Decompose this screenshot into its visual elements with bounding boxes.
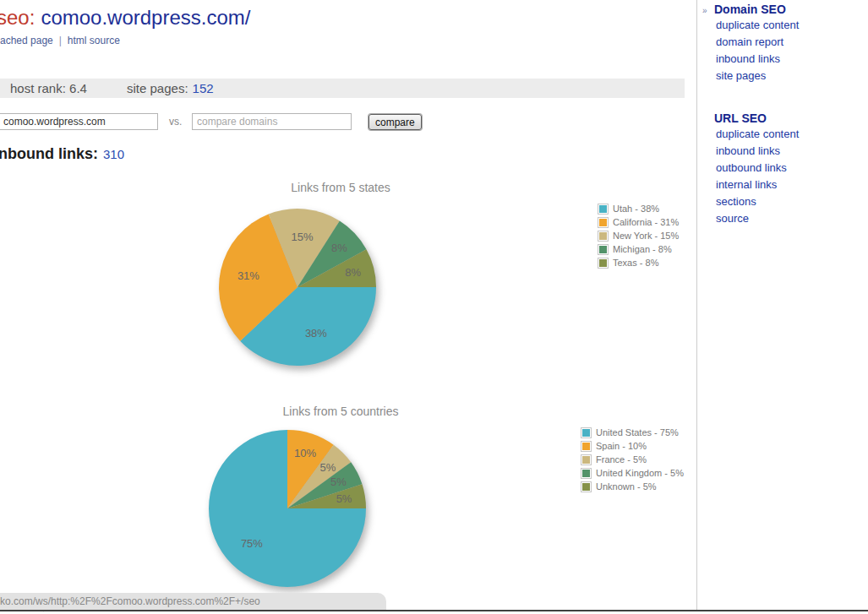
- cached-page-link[interactable]: ached page: [0, 35, 53, 46]
- pie-slice-label: 10%: [294, 447, 316, 459]
- html-source-link[interactable]: html source: [68, 35, 120, 46]
- legend-item: Spain - 10%: [581, 439, 684, 453]
- sidebar-item-internal-links[interactable]: internal links: [716, 177, 867, 193]
- pie-slice-label: 75%: [241, 537, 263, 550]
- inbound-links-count-link[interactable]: 310: [103, 147, 124, 161]
- legend-swatch-icon: [581, 427, 592, 438]
- title-domain: comoo.wordpress.com/: [41, 6, 250, 29]
- sidebar-item-inbound-links[interactable]: inbound links: [716, 143, 867, 160]
- legend-label: Spain - 10%: [596, 441, 647, 451]
- legend-label: United States - 75%: [596, 427, 679, 437]
- pie-slice-label: 5%: [330, 475, 347, 488]
- legend-swatch-icon: [598, 231, 609, 242]
- sidebar-item-source[interactable]: source: [716, 210, 867, 227]
- sidebar-item-sections[interactable]: sections: [716, 193, 867, 210]
- legend-item: New York - 15%: [598, 229, 679, 242]
- host-rank-value: 6.4: [69, 81, 87, 95]
- legend-label: France - 5%: [596, 454, 647, 465]
- site-pages-link[interactable]: 152: [193, 81, 214, 95]
- sidebar-divider: [696, 0, 697, 611]
- legend-swatch-icon: [581, 441, 592, 452]
- sidebar-item-outbound-links[interactable]: outbound links: [716, 160, 867, 177]
- legend-item: Utah - 38%: [598, 202, 679, 215]
- compare-domain-input[interactable]: [192, 113, 352, 130]
- pie-slice-label: 5%: [336, 492, 352, 505]
- sidebar-item-duplicate-content[interactable]: duplicate content: [716, 126, 867, 143]
- legend-label: Michigan - 8%: [613, 244, 672, 254]
- domain-input[interactable]: [0, 113, 158, 130]
- site-pages-label: site pages:: [127, 81, 188, 95]
- legend-label: Unknown - 5%: [596, 481, 657, 492]
- legend-swatch-icon: [598, 258, 609, 269]
- status-bar: ko.com/ws/http:%2F%2Fcomoo.wordpress.com…: [0, 593, 386, 611]
- pie-chart-states: 38%31%15%8%8%: [213, 203, 382, 372]
- sidebar-item-inbound-links[interactable]: inbound links: [716, 51, 867, 68]
- legend-label: Texas - 8%: [613, 258, 658, 268]
- sidebar-section-url-seo: duplicate contentinbound linksoutbound l…: [716, 126, 867, 227]
- legend-item: United Kingdom - 5%: [581, 466, 684, 480]
- legend-label: Utah - 38%: [613, 204, 659, 214]
- link-separator: |: [59, 35, 62, 46]
- main-content: seo:comoo.wordpress.com/ ached page|html…: [0, 0, 696, 614]
- legend-item: Michigan - 8%: [598, 242, 679, 256]
- compare-button[interactable]: compare: [368, 114, 422, 130]
- vs-label: vs.: [169, 116, 182, 128]
- sidebar-title-domain-seo: Domain SEO: [714, 2, 867, 17]
- pie-slice-label: 5%: [320, 461, 336, 474]
- legend-swatch-icon: [598, 204, 609, 215]
- legend-swatch-icon: [598, 217, 609, 228]
- pie-slice-label: 15%: [292, 231, 314, 243]
- legend-countries: United States - 75%Spain - 10%France - 5…: [581, 426, 684, 493]
- legend-swatch-icon: [598, 244, 609, 255]
- chart-title-states: Links from 5 states: [172, 181, 510, 194]
- sidebar-item-duplicate-content[interactable]: duplicate content: [716, 17, 867, 34]
- legend-states: Utah - 38%California - 31%New York - 15%…: [598, 202, 679, 269]
- status-url: ko.com/ws/http:%2F%2Fcomoo.wordpress.com…: [0, 593, 386, 611]
- pie-chart-countries: 75%10%5%5%5%: [203, 424, 372, 593]
- legend-item: United States - 75%: [581, 426, 684, 439]
- legend-item: California - 31%: [598, 215, 679, 229]
- pie-slice-label: 8%: [331, 242, 347, 254]
- bottom-border: [0, 610, 868, 611]
- legend-swatch-icon: [581, 468, 592, 479]
- host-rank-label: host rank:: [10, 81, 66, 95]
- compare-row: vs. compare: [0, 112, 685, 133]
- legend-swatch-icon: [581, 454, 592, 465]
- legend-item: France - 5%: [581, 453, 684, 466]
- legend-item: Texas - 8%: [598, 256, 679, 269]
- sidebar-title-url-seo: URL SEO: [714, 111, 867, 126]
- page-title: seo:comoo.wordpress.com/: [0, 6, 250, 30]
- chevron-bullet-icon: »: [702, 6, 707, 15]
- sidebar-gap: [701, 84, 867, 111]
- pie-slice-label: 31%: [237, 269, 259, 282]
- legend-label: New York - 15%: [613, 231, 679, 241]
- legend-label: United Kingdom - 5%: [596, 468, 684, 478]
- stats-bar: host rank: 6.4 site pages:152: [0, 79, 685, 98]
- sidebar-item-domain-report[interactable]: domain report: [716, 34, 867, 51]
- pie-slice-label: 8%: [345, 266, 361, 279]
- legend-label: California - 31%: [613, 217, 679, 227]
- site-pages: site pages:152: [127, 81, 214, 95]
- inbound-links-heading: nbound links:310: [0, 145, 124, 163]
- title-seo-prefix: seo:: [0, 6, 35, 29]
- legend-item: Unknown - 5%: [581, 480, 684, 493]
- sidebar-item-site-pages[interactable]: site pages: [716, 68, 867, 84]
- chart-title-countries: Links from 5 countries: [172, 405, 510, 418]
- legend-swatch-icon: [581, 481, 592, 492]
- host-rank: host rank: 6.4: [10, 81, 87, 95]
- sidebar: » Domain SEO duplicate contentdomain rep…: [701, 2, 867, 227]
- sidebar-section-domain-seo: duplicate contentdomain reportinbound li…: [716, 17, 867, 84]
- header-links: ached page|html source: [0, 35, 120, 46]
- pie-slice-label: 38%: [305, 327, 327, 340]
- inbound-links-label: nbound links:: [0, 145, 98, 162]
